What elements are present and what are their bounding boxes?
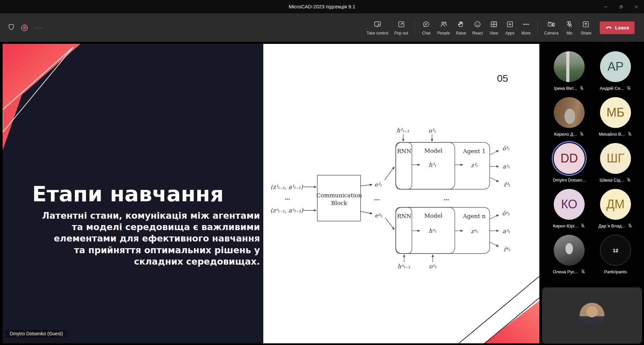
meeting-toolbar: --:-- Take controlPop outChatPeopleRaise…: [0, 13, 644, 42]
participant-name-row: Дар`я Влад...: [598, 223, 633, 228]
mic-button[interactable]: Mic: [561, 19, 578, 37]
participants-panel: Ірина Вікт...APАндрій Се...Кирило Д...МБ…: [541, 42, 644, 345]
titlebar: MicroCAD-2023 підсекція 9.1: [0, 0, 644, 13]
participant-tile[interactable]: ДМДар`я Влад...: [592, 187, 639, 230]
apps-button[interactable]: Apps: [502, 19, 518, 37]
participant-name: Дар`я Влад...: [598, 223, 625, 228]
restore-icon: [618, 4, 624, 10]
view-label: View: [489, 31, 498, 36]
close-icon: [634, 4, 639, 10]
slide-diagram-panel: 05: [263, 44, 539, 343]
participant-photo-avatar: [554, 51, 585, 82]
toolbar-separator: [537, 20, 538, 36]
close-button[interactable]: [629, 0, 644, 13]
avatar-wrapper: [554, 49, 585, 84]
mic-muted-icon: [628, 223, 633, 228]
avatar-wrapper: ДМ: [600, 187, 631, 222]
diagram-label: ôⁿₜ: [502, 210, 509, 217]
diagram-label: hⁿₜ: [429, 227, 436, 234]
minimize-button[interactable]: [598, 0, 613, 13]
pop-out-icon: [397, 20, 406, 28]
mic-muted-icon: [581, 269, 586, 274]
diagram-label: Communication: [316, 192, 362, 199]
share-icon: [582, 20, 590, 28]
participant-name-row: Михайло В...: [599, 132, 632, 137]
participant-tile[interactable]: APАндрій Се...: [592, 49, 639, 93]
diagram-label: Agent 1: [463, 148, 485, 154]
teams-meeting-window: MicroCAD-2023 підсекція 9.1 --:-- Take: [0, 0, 644, 345]
participant-name: Кирил Юрі...: [553, 223, 578, 228]
window-title: MicroCAD-2023 підсекція 9.1: [0, 0, 644, 13]
minimize-icon: [603, 4, 608, 10]
slide-body-text: Латентні стани, комунікація між агентами…: [40, 210, 260, 267]
participant-name: Dmytro Dotsen...: [553, 178, 586, 183]
restore-button[interactable]: [613, 0, 629, 13]
more-label: More: [522, 31, 531, 36]
slide-page-number: 05: [497, 73, 508, 84]
camera-button[interactable]: Camera: [541, 19, 561, 37]
diagram-label: Model: [424, 212, 442, 219]
apps-label: Apps: [505, 31, 515, 36]
participant-tile[interactable]: КОКирил Юрі...: [546, 187, 592, 230]
participant-name: Михайло В...: [599, 132, 625, 137]
participant-tile[interactable]: DDDmytro Dotsen...: [546, 141, 592, 185]
raise-button[interactable]: Raise: [453, 19, 469, 37]
participant-tile[interactable]: МБМихайло В...: [592, 95, 639, 139]
participants-grid: Ірина Вікт...APАндрій Се...Кирило Д...МБ…: [546, 49, 639, 276]
mic-muted-icon: [626, 178, 631, 183]
diagram-label: h¹ₜ: [429, 161, 436, 168]
diagram-labels-layer: (z¹ₜ₋₁, a¹ₜ₋₁)…(zⁿₜ₋₁, aⁿₜ₋₁)Communicati…: [263, 44, 539, 343]
participant-name: Кирило Д...: [554, 132, 577, 137]
avatar-wrapper: 12: [600, 233, 631, 268]
take-control-button[interactable]: Take control: [364, 19, 391, 37]
diagram-label: oⁿₜ: [429, 263, 436, 270]
mic-icon: [565, 20, 574, 28]
diagram-label: (zⁿₜ₋₁, aⁿₜ₋₁): [270, 207, 303, 214]
participant-name-row: Кирил Юрі...: [553, 223, 586, 228]
participant-tile[interactable]: ШГШімаа Сід...: [592, 141, 639, 185]
apps-icon: [506, 20, 514, 28]
participant-name-row: Dmytro Dotsen...: [553, 178, 586, 183]
participant-initials-avatar: МБ: [600, 97, 631, 128]
leave-button[interactable]: Leave: [600, 21, 635, 34]
diagram-label: z¹ₜ: [471, 162, 478, 168]
chat-icon: [422, 20, 430, 28]
slide-title: Етапи навчання: [32, 182, 224, 206]
participant-tile[interactable]: Олена Рус...: [546, 233, 592, 276]
share-button[interactable]: Share: [578, 19, 594, 37]
self-view-tile[interactable]: [542, 287, 642, 344]
participant-tile[interactable]: Кирило Д...: [546, 95, 592, 139]
diagram-label: RNN: [397, 213, 412, 219]
react-button[interactable]: React: [469, 19, 486, 37]
screen-share-view: Етапи навчання Латентні стани, комунікац…: [3, 44, 539, 343]
participant-tile[interactable]: Ірина Вікт...: [546, 49, 592, 93]
diagram-label: …: [443, 195, 449, 202]
avatar-wrapper: DD: [554, 141, 585, 176]
people-button[interactable]: People: [434, 19, 453, 37]
view-icon: [490, 20, 498, 28]
diagram-label: aⁿₜ: [502, 228, 510, 234]
share-label: Share: [581, 31, 591, 36]
more-button[interactable]: More: [518, 19, 534, 37]
take-control-icon: [373, 20, 382, 28]
record-indicator[interactable]: [21, 24, 28, 31]
participants-count-tile[interactable]: 12Participants: [592, 233, 639, 276]
people-label: People: [437, 31, 450, 36]
participant-name-row: Кирило Д...: [554, 132, 584, 137]
diagram-label: zⁿₜ: [471, 228, 478, 234]
avatar-wrapper: AP: [600, 49, 631, 84]
diagram-label: Block: [331, 200, 347, 206]
toolbar-left-group: --:--: [7, 13, 43, 42]
chat-button[interactable]: Chat: [418, 19, 434, 37]
pop-out-button[interactable]: Pop out: [391, 19, 411, 37]
toolbar-buttons-group: Take controlPop outChatPeopleRaiseReactV…: [364, 13, 635, 42]
participant-initials-avatar: ШГ: [600, 143, 631, 174]
participant-photo-avatar: [554, 235, 585, 266]
toolbar-separator: [415, 20, 415, 36]
diagram-label: r̂ⁿₜ: [503, 246, 510, 253]
meeting-timer: --:--: [34, 25, 43, 30]
mic-muted-icon: [626, 86, 631, 91]
record-icon: [21, 24, 28, 31]
view-button[interactable]: View: [486, 19, 502, 37]
avatar-wrapper: [554, 233, 585, 268]
